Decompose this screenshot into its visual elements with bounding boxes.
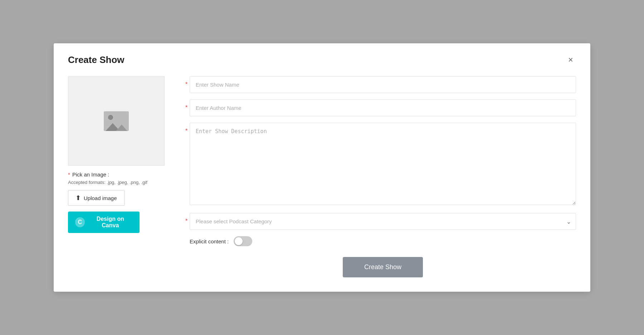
submit-area: Create Show	[190, 257, 576, 277]
right-panel: * * * * Please	[190, 76, 576, 277]
image-preview	[68, 76, 165, 166]
pick-image-label: * Pick an Image :	[68, 171, 175, 178]
modal-body: * Pick an Image : Accepted formats: .jpg…	[68, 76, 576, 277]
show-name-group: *	[190, 76, 576, 93]
upload-image-button[interactable]: ⬆ Upload image	[68, 190, 125, 206]
upload-icon: ⬆	[75, 194, 81, 202]
description-required: *	[185, 128, 187, 134]
required-star: *	[68, 171, 70, 178]
modal-header: Create Show ×	[68, 54, 576, 65]
author-name-input[interactable]	[190, 99, 576, 116]
author-name-group: *	[190, 99, 576, 116]
category-group: * Please select Podcast Category ⌄	[190, 213, 576, 230]
modal-overlay: Create Show × * Pick a	[0, 0, 644, 335]
close-button[interactable]: ×	[565, 54, 576, 65]
left-panel: * Pick an Image : Accepted formats: .jpg…	[68, 76, 175, 277]
description-input[interactable]	[190, 123, 576, 205]
author-name-required: *	[185, 105, 187, 111]
explicit-content-label: Explicit content :	[190, 238, 229, 244]
accepted-formats-text: Accepted formats: .jpg, .jpeg, .png, .gi…	[68, 180, 175, 185]
description-group: *	[190, 123, 576, 207]
category-select[interactable]: Please select Podcast Category	[190, 213, 576, 230]
show-name-required: *	[185, 81, 187, 88]
explicit-content-toggle[interactable]	[234, 236, 252, 246]
explicit-content-row: Explicit content :	[190, 236, 576, 246]
show-name-input[interactable]	[190, 76, 576, 93]
category-required: *	[185, 218, 187, 224]
canva-logo: C	[75, 217, 85, 227]
modal-title: Create Show	[68, 54, 125, 65]
category-select-wrapper: Please select Podcast Category ⌄	[190, 213, 576, 230]
design-on-canva-button[interactable]: C Design on Canva	[68, 212, 140, 233]
create-show-button[interactable]: Create Show	[343, 257, 423, 277]
modal-container: Create Show × * Pick a	[54, 43, 590, 292]
image-placeholder-icon	[104, 111, 129, 131]
